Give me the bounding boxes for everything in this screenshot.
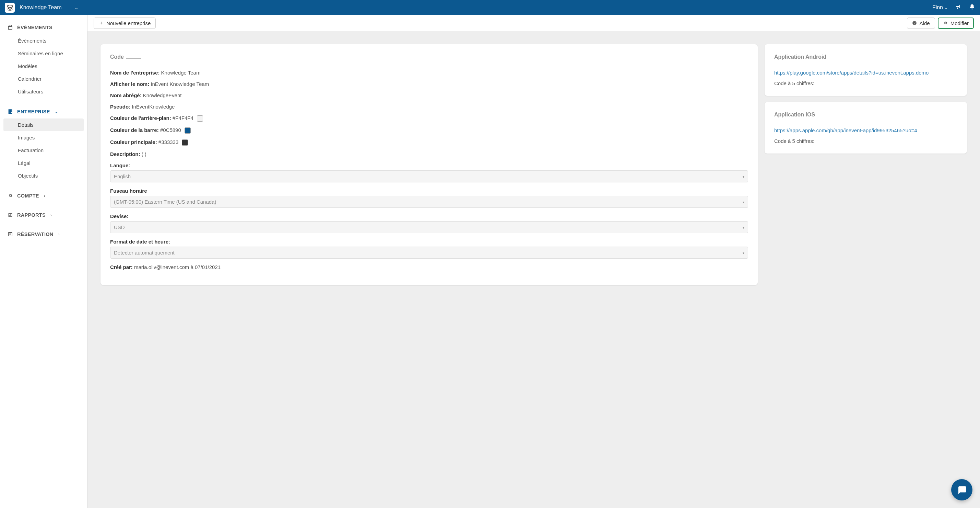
team-switcher[interactable]: Knowledge Team ⌄: [19, 5, 78, 11]
code-blank: [126, 58, 141, 59]
bg-color-label: Couleur de l'arrière-plan:: [110, 115, 171, 121]
sidebar-item-calendar[interactable]: Calendrier: [0, 72, 87, 85]
currency-value: USD: [114, 224, 125, 230]
help-button[interactable]: Aide: [907, 18, 935, 29]
edit-button[interactable]: Modifier: [938, 18, 974, 29]
sidebar-heading-reservation[interactable]: RÉSERVATION ›: [0, 228, 87, 240]
android-app-title: Application Android: [774, 54, 957, 60]
datetime-format-value: Détecter automatiquement: [114, 250, 175, 256]
main-color-label: Couleur principale:: [110, 139, 157, 145]
timezone-value: (GMT-05:00) Eastern Time (US and Canada): [114, 199, 216, 205]
sidebar-heading-events[interactable]: ÉVÉNEMENTS: [0, 21, 87, 34]
chevron-down-icon: ⌄: [944, 5, 948, 10]
reservation-icon: [8, 232, 13, 237]
sidebar-item-templates[interactable]: Modèles: [0, 60, 87, 72]
company-name-label: Nom de l'entreprise:: [110, 70, 159, 75]
main-color-swatch: [182, 139, 188, 145]
currency-label: Devise:: [110, 213, 748, 219]
sidebar-enterprise-items: Détails Images Facturation Légal Objecti…: [0, 118, 87, 190]
created-by-label: Créé par:: [110, 264, 133, 270]
code-heading: Code: [110, 54, 748, 60]
main-color-value: #333333: [159, 139, 178, 145]
sidebar-item-webinars[interactable]: Séminaires en ligne: [0, 47, 87, 60]
company-name-value: Knowledge Team: [161, 70, 200, 75]
sidebar-item-objectives[interactable]: Objectifs: [0, 169, 87, 182]
sidebar-item-details[interactable]: Détails: [3, 118, 84, 131]
content-toolbar: Nouvelle entreprise Aide Modifier: [88, 15, 980, 31]
apps-column: Application Android https://play.google.…: [765, 44, 967, 153]
language-label: Langue:: [110, 163, 748, 168]
short-name-label: Nom abrégé:: [110, 93, 142, 98]
ios-code-label: Code à 5 chiffres:: [774, 138, 957, 144]
chevron-right-icon: ›: [51, 213, 52, 217]
topbar-right: Finn ⌄: [932, 4, 975, 11]
user-menu[interactable]: Finn ⌄: [932, 5, 948, 11]
android-code-label: Code à 5 chiffres:: [774, 80, 957, 86]
sidebar: ÉVÉNEMENTS Événements Séminaires en lign…: [0, 15, 88, 508]
android-app-link[interactable]: https://play.google.com/store/apps/detai…: [774, 70, 929, 75]
chevron-down-icon: ⌄: [55, 110, 58, 114]
app-logo[interactable]: 🐼: [5, 3, 15, 13]
chat-launcher[interactable]: [951, 479, 972, 500]
android-app-card: Application Android https://play.google.…: [765, 44, 967, 96]
field-main-color: Couleur principale: #333333: [110, 139, 748, 145]
bg-color-swatch: [197, 115, 203, 121]
main-scroll[interactable]: Code Nom de l'entreprise: Knowledge Team…: [88, 31, 980, 508]
sidebar-heading-enterprise[interactable]: ENTREPRISE ⌄: [0, 105, 87, 118]
sidebar-heading-account-label: COMPTE: [17, 193, 39, 198]
sidebar-item-billing[interactable]: Facturation: [0, 144, 87, 157]
sidebar-heading-account[interactable]: COMPTE ›: [0, 190, 87, 202]
gear-icon: [943, 21, 948, 26]
language-value: English: [114, 173, 131, 179]
sidebar-item-users[interactable]: Utilisateurs: [0, 85, 87, 98]
pseudo-value: InEventKnowledge: [132, 104, 175, 110]
help-label: Aide: [920, 20, 930, 26]
sidebar-item-events[interactable]: Événements: [0, 34, 87, 47]
layout: ÉVÉNEMENTS Événements Séminaires en lign…: [0, 15, 980, 508]
edit-label: Modifier: [950, 20, 969, 26]
building-icon: [8, 109, 13, 114]
topbar-left: 🐼 Knowledge Team ⌄: [5, 3, 78, 13]
bar-color-value: #0C5890: [160, 127, 181, 133]
sidebar-item-legal[interactable]: Légal: [0, 157, 87, 169]
toolbar-right: Aide Modifier: [907, 18, 974, 29]
new-enterprise-label: Nouvelle entreprise: [107, 20, 151, 26]
gear-icon: [8, 193, 13, 198]
timezone-select[interactable]: (GMT-05:00) Eastern Time (US and Canada): [110, 196, 748, 208]
field-description: Description: ( ): [110, 151, 748, 157]
details-card: Code Nom de l'entreprise: Knowledge Team…: [100, 44, 758, 285]
language-select[interactable]: English: [110, 170, 748, 182]
display-name-label: Afficher le nom:: [110, 81, 149, 87]
chevron-right-icon: ›: [44, 194, 45, 198]
new-enterprise-button[interactable]: Nouvelle entreprise: [94, 18, 156, 29]
datetime-format-select[interactable]: Détecter automatiquement: [110, 247, 748, 259]
created-by-value: maria.oliv@inevent.com à 07/01/2021: [134, 264, 221, 270]
sidebar-heading-enterprise-label: ENTREPRISE: [17, 109, 50, 114]
display-name-value: InEvent Knowledge Team: [151, 81, 209, 87]
field-short-name: Nom abrégé: KnowledgeEvent: [110, 93, 748, 98]
short-name-value: KnowledgeEvent: [143, 93, 182, 98]
sidebar-heading-reports[interactable]: RAPPORTS ›: [0, 209, 87, 221]
description-label: Description:: [110, 151, 140, 157]
sidebar-item-images[interactable]: Images: [0, 131, 87, 144]
bar-color-swatch: [185, 128, 191, 134]
sidebar-heading-reports-label: RAPPORTS: [17, 212, 46, 218]
calendar-icon: [8, 25, 13, 30]
bell-icon[interactable]: [969, 4, 975, 11]
datetime-format-label: Format de date et heure:: [110, 239, 748, 244]
ios-app-link[interactable]: https://apps.apple.com/gb/app/inevent-ap…: [774, 128, 917, 133]
description-value: ( ): [142, 151, 146, 157]
ios-app-title: Application iOS: [774, 112, 957, 118]
megaphone-icon[interactable]: [955, 4, 961, 11]
field-company-name: Nom de l'entreprise: Knowledge Team: [110, 70, 748, 75]
ios-app-card: Application iOS https://apps.apple.com/g…: [765, 102, 967, 153]
chevron-down-icon: ⌄: [75, 5, 78, 10]
field-created-by: Créé par: maria.oliv@inevent.com à 07/01…: [110, 264, 748, 270]
plus-icon: [99, 21, 103, 26]
currency-select[interactable]: USD: [110, 221, 748, 233]
user-name-label: Finn: [932, 5, 943, 11]
field-pseudo: Pseudo: InEventKnowledge: [110, 104, 748, 110]
team-name-label: Knowledge Team: [19, 5, 61, 11]
topbar: 🐼 Knowledge Team ⌄ Finn ⌄: [0, 0, 980, 15]
chat-icon: [957, 485, 967, 495]
